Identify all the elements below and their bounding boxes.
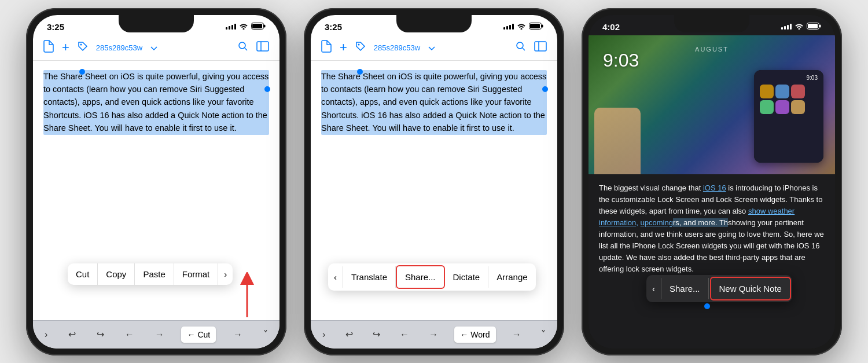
search-icon-1[interactable] (238, 41, 248, 54)
dictate-button[interactable]: Dictate (445, 266, 489, 288)
back-arrow-3[interactable]: ‹ (646, 278, 661, 299)
tag-icon-2[interactable] (355, 41, 366, 54)
notch-2 (396, 15, 472, 32)
kb-toolbar-1: › ↩ ↪ ← → ← Cut → ˅ (33, 320, 279, 349)
kb-undo-1[interactable]: ↩ (65, 327, 79, 342)
document-icon-2[interactable] (321, 40, 332, 56)
kb-chevron-down-2[interactable]: ˅ (538, 327, 549, 342)
kb-word-left-1[interactable]: ← Cut (181, 327, 216, 343)
time-1: 3:25 (47, 22, 64, 32)
widget-4 (760, 100, 774, 114)
svg-rect-2 (264, 24, 266, 27)
svg-rect-9 (530, 24, 540, 28)
chevron-down-icon-2[interactable] (428, 42, 435, 54)
layout-icon-2[interactable] (534, 41, 547, 54)
phone-3: 4:02 (582, 8, 842, 355)
phone-3-screen: 4:02 (589, 15, 835, 349)
kb-undo-2[interactable]: ↩ (342, 327, 356, 342)
wifi-icon-3 (795, 23, 804, 31)
cursor-handle-top-1 (79, 69, 85, 75)
cut-button[interactable]: Cut (68, 263, 98, 285)
status-icons-1 (226, 23, 266, 31)
kb-word-left-2[interactable]: ← Word (454, 327, 495, 343)
tag-icon-1[interactable] (78, 41, 88, 54)
search-icon-2[interactable] (516, 41, 526, 54)
selected-text-1[interactable]: The Share Sheet on iOS is quite powerful… (43, 70, 269, 135)
paste-button[interactable]: Paste (135, 263, 174, 285)
add-icon-1[interactable]: + (62, 40, 69, 55)
svg-point-11 (358, 43, 359, 45)
share-button[interactable]: Share... (396, 265, 445, 289)
kb-redo-1[interactable]: ↪ (93, 327, 108, 342)
phone-overlay: 9:03 (754, 70, 823, 163)
widget-grid (757, 82, 820, 116)
signal-bars-3 (781, 24, 792, 30)
kb-right-word-1[interactable]: → (230, 327, 246, 342)
s-bar-1 (503, 27, 505, 30)
red-arrow-1 (238, 272, 256, 321)
signal-bar-3 (231, 25, 233, 30)
kb-right-1[interactable]: → (152, 327, 168, 342)
cursor-dot-3 (704, 303, 710, 309)
widget-2 (775, 85, 789, 98)
phone-2: 3:25 (304, 8, 564, 355)
signal-bar-1 (226, 27, 227, 30)
kb-left-1[interactable]: ← (122, 327, 138, 342)
time-3: 4:02 (602, 22, 620, 32)
back-arrow-2[interactable]: ‹ (328, 266, 343, 288)
svg-rect-17 (819, 24, 821, 27)
svg-point-3 (80, 43, 82, 45)
kb-chevron-down-1[interactable]: ˅ (260, 327, 271, 342)
kb-expand-1[interactable]: › (41, 327, 51, 342)
kb-toolbar-2: › ↩ ↪ ← → ← Word → ˅ (311, 320, 557, 349)
svg-point-4 (239, 42, 245, 49)
sb3 (787, 25, 789, 30)
more-arrow-1[interactable]: › (218, 263, 233, 285)
selected-segment-1: rs, and more. Th (673, 218, 728, 227)
upcoming-link[interactable]: upcoming (641, 218, 673, 227)
dark-content-3: The biggest visual change that iOS 16 is… (589, 174, 835, 284)
toolbar-left-icons-2: + 285s289c53w (321, 40, 435, 56)
translate-button[interactable]: Translate (343, 266, 396, 288)
format-button[interactable]: Format (174, 263, 219, 285)
kb-right-2[interactable]: → (425, 327, 442, 342)
phone-1-screen: 3:25 (33, 15, 279, 349)
phones-container: 3:25 (0, 0, 868, 363)
status-icons-2 (503, 23, 543, 31)
article-text-3: The biggest visual change that iOS 16 is… (599, 182, 825, 276)
cursor-handle-bottom-1 (264, 86, 270, 92)
signal-bar-4 (234, 24, 236, 30)
copy-button[interactable]: Copy (98, 263, 135, 285)
arrange-button[interactable]: Arrange (488, 266, 535, 288)
app-toolbar-1: + 285s289c53w (33, 35, 279, 61)
selected-text-2[interactable]: The Share Sheet on iOS is quite powerful… (321, 70, 547, 135)
ios16-link[interactable]: iOS 16 (703, 184, 726, 192)
kb-right-word-2[interactable]: → (509, 327, 525, 342)
add-icon-2[interactable]: + (340, 40, 347, 55)
battery-icon-1 (251, 23, 266, 31)
context-menu-2: ‹ Translate Share... Dictate Arrange (328, 263, 536, 291)
month-label: August (695, 46, 729, 53)
word-label-1: Cut (197, 330, 210, 339)
lock-time-overlay: 9:03 (603, 50, 639, 71)
document-icon-1[interactable] (43, 40, 54, 56)
notch-1 (119, 15, 194, 32)
cursor-handle-bottom-2 (542, 86, 548, 92)
time-2: 3:25 (325, 22, 342, 32)
signal-bar-2 (229, 26, 230, 30)
kb-redo-2[interactable]: ↪ (369, 327, 384, 342)
share-button-3[interactable]: Share... (661, 278, 709, 299)
overlay-status: 9:03 (757, 74, 820, 82)
new-quick-note-button[interactable]: New Quick Note (710, 277, 791, 300)
wifi-icon-1 (239, 23, 248, 31)
layout-icon-1[interactable] (256, 41, 269, 54)
doc-title-2: 285s289c53w (374, 43, 420, 52)
word-label-2: Word (470, 330, 490, 339)
chevron-down-icon-1[interactable] (150, 42, 157, 54)
app-toolbar-2: + 285s289c53w (311, 35, 557, 61)
signal-bars-2 (503, 24, 514, 30)
widget-6 (791, 100, 805, 114)
widget-1 (760, 85, 774, 98)
kb-left-2[interactable]: ← (396, 327, 413, 342)
kb-expand-2[interactable]: › (319, 327, 329, 342)
